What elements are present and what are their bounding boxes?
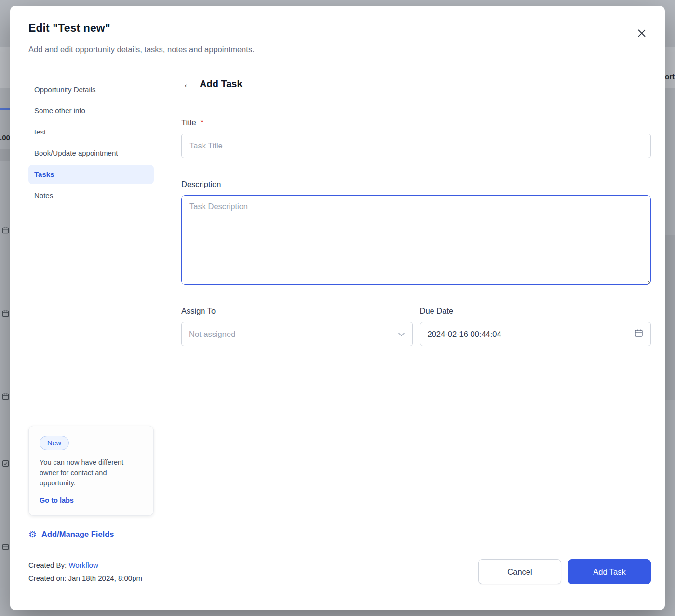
created-info: Created By: Workflow Created on: Jan 18t…	[28, 559, 142, 585]
chevron-down-icon	[398, 330, 405, 338]
assign-to-label-text: Assign To	[181, 307, 216, 316]
sidebar-item-tasks[interactable]: Tasks	[28, 165, 154, 184]
background-panel-right	[665, 235, 675, 400]
footer-buttons: Cancel Add Task	[478, 559, 651, 584]
calendar-icon	[2, 393, 9, 400]
modal-subtitle: Add and edit opportunity details, tasks,…	[28, 45, 647, 54]
task-description-textarea[interactable]	[181, 195, 651, 285]
gear-icon: ⚙	[28, 530, 37, 539]
created-by-label: Created By:	[28, 561, 67, 569]
labs-notification-card: New You can now have different owner for…	[28, 426, 154, 516]
assign-due-row: Assign To Not assigned Due Date 2024-02	[181, 307, 651, 346]
assign-to-label: Assign To	[181, 307, 413, 316]
background-table-edge-right	[665, 47, 675, 88]
add-task-pane: ← Add Task Title * Description Assign To…	[170, 67, 665, 549]
checkbox-icon	[2, 460, 9, 467]
new-badge: New	[40, 436, 69, 450]
sidebar-item-some-other-info[interactable]: Some other info	[28, 101, 154, 121]
background-row-band	[0, 149, 10, 161]
edit-opportunity-modal: Edit "Test new" Add and edit opportunity…	[10, 6, 665, 610]
due-date-input[interactable]: 2024-02-16 00:44:04	[420, 322, 651, 346]
modal-footer: Created By: Workflow Created on: Jan 18t…	[10, 549, 665, 610]
required-asterisk: *	[201, 119, 203, 127]
add-task-button[interactable]: Add Task	[568, 559, 651, 584]
sidebar-spacer	[28, 207, 154, 426]
modal-body: Opportunity Details Some other info test…	[10, 67, 665, 549]
sidebar-item-test[interactable]: test	[28, 122, 154, 142]
background-amount-fragment: .00	[0, 134, 10, 142]
sidebar-item-book-update-appointment[interactable]: Book/Update appointment	[28, 144, 154, 163]
modal-header: Edit "Test new" Add and edit opportunity…	[10, 6, 665, 67]
sidebar-nav: Opportunity Details Some other info test…	[28, 80, 154, 207]
assign-to-value: Not assigned	[189, 330, 398, 339]
modal-title: Edit "Test new"	[28, 22, 647, 35]
background-table-edge-left	[0, 47, 10, 88]
calendar-icon	[634, 329, 643, 339]
due-date-field: Due Date 2024-02-16 00:44:04	[420, 307, 651, 346]
add-manage-fields-button[interactable]: ⚙ Add/Manage Fields	[28, 530, 154, 539]
pane-heading: Add Task	[200, 79, 243, 90]
add-manage-fields-label: Add/Manage Fields	[41, 530, 114, 539]
notification-text: You can now have different owner for con…	[40, 457, 143, 489]
close-icon[interactable]	[634, 26, 649, 40]
workflow-link[interactable]: Workflow	[68, 561, 98, 569]
background-active-tab-line	[0, 108, 10, 110]
description-label-text: Description	[181, 180, 221, 189]
created-on-line: Created on: Jan 18th 2024, 8:00pm	[28, 572, 142, 585]
modal-sidebar: Opportunity Details Some other info test…	[10, 67, 170, 549]
sidebar-item-opportunity-details[interactable]: Opportunity Details	[28, 80, 154, 99]
sidebar-item-notes[interactable]: Notes	[28, 186, 154, 205]
assign-to-select[interactable]: Not assigned	[181, 322, 413, 346]
title-label-text: Title	[181, 118, 196, 127]
due-date-label-text: Due Date	[420, 307, 454, 316]
task-title-input[interactable]	[181, 134, 651, 158]
title-label: Title *	[181, 118, 651, 127]
due-date-label: Due Date	[420, 307, 651, 316]
back-arrow-icon[interactable]: ←	[182, 79, 193, 90]
calendar-icon	[2, 310, 9, 317]
created-by-line: Created By: Workflow	[28, 559, 142, 572]
due-date-value: 2024-02-16 00:44:04	[428, 330, 635, 339]
cancel-button[interactable]: Cancel	[478, 559, 561, 584]
assign-to-field: Assign To Not assigned	[181, 307, 413, 346]
description-label: Description	[181, 180, 651, 189]
go-to-labs-link[interactable]: Go to labs	[40, 496, 74, 504]
calendar-icon	[2, 543, 9, 550]
calendar-icon	[2, 227, 9, 234]
background-header-fragment: ort	[665, 72, 675, 80]
pane-heading-row: ← Add Task	[181, 79, 651, 101]
